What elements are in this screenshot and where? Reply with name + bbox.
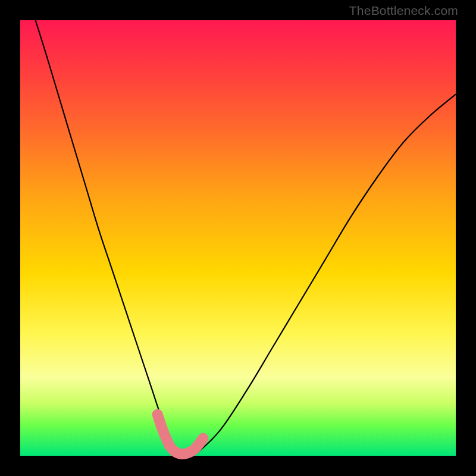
curve-overlay xyxy=(20,20,456,456)
chart-frame: TheBottleneck.com xyxy=(0,0,476,476)
bottleneck-curve xyxy=(36,20,456,456)
watermark-text: TheBottleneck.com xyxy=(349,4,458,18)
highlight-segment xyxy=(158,415,203,455)
